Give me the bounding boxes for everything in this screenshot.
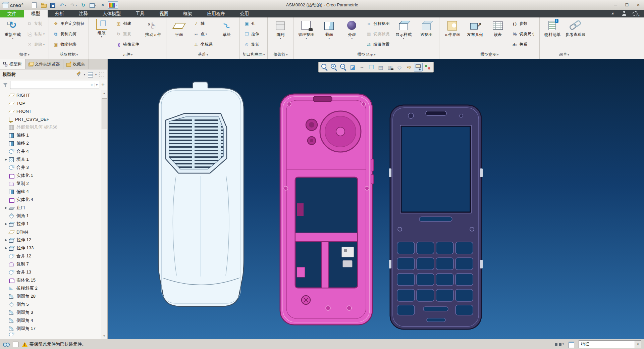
ribbon-group-label-基准[interactable]: 基准 [166, 51, 239, 59]
tab-视图[interactable]: 视图 [152, 10, 176, 17]
tree-item-倒圆角 4[interactable]: 倒圆角 4 [3, 316, 101, 325]
tab-工具[interactable]: 工具 [128, 10, 152, 17]
copy-geometry-button[interactable]: 复制几何 [51, 29, 87, 39]
tree-settings-icon[interactable] [87, 71, 93, 78]
minimize-button[interactable]: ─ [610, 1, 621, 9]
tree-settings-caret-icon[interactable]: ▾ [95, 73, 97, 76]
ribbon-group-label-修饰符[interactable]: 修饰符 [268, 51, 293, 59]
model-window-button[interactable] [568, 341, 575, 348]
maximize-button[interactable]: ☐ [621, 1, 633, 9]
appearance-button[interactable]: 外观▾ [341, 18, 363, 50]
tree-filter-input[interactable] [10, 82, 89, 88]
zoom-out-button[interactable] [339, 63, 347, 71]
tab-注释[interactable]: 注释 [71, 10, 95, 17]
panel-tab-文件夹浏览器[interactable]: 文件夹浏览器 [25, 59, 63, 69]
bill-of-materials-button[interactable]: 物料清单 [541, 18, 564, 50]
switch-dimensions-button[interactable]: 切换尺寸 [509, 29, 538, 39]
shading-style-button[interactable] [358, 63, 366, 71]
user-account-button[interactable] [621, 10, 627, 17]
tree-item-合并 13[interactable]: 合并 13 [3, 268, 101, 276]
ribbon-group-label-获取数据[interactable]: 获取数据 [49, 51, 89, 59]
zoom-in-button[interactable] [329, 63, 338, 71]
drag-component-button[interactable]: 拖动元件 [142, 18, 164, 50]
tree-scrollbar[interactable]: ▲ ▼ [101, 90, 107, 339]
expand-icon[interactable]: ▶ [3, 158, 9, 161]
close-button[interactable]: ✕ [633, 1, 644, 9]
datum-point-button[interactable]: 点▾ [191, 29, 215, 39]
ribbon-group-label-元件[interactable]: 元件 [89, 51, 166, 59]
tree-item-TOP[interactable]: TOP [3, 99, 101, 107]
repeat-button[interactable]: 重复 [113, 29, 142, 39]
pattern-button[interactable]: 阵列▾ [269, 18, 291, 50]
filter-add-icon[interactable]: + [101, 82, 105, 88]
reference-viewer-button[interactable]: 参考查看器 [564, 18, 586, 50]
tab-公用[interactable]: 公用 [232, 10, 256, 17]
scroll-down-icon[interactable]: ▼ [101, 333, 107, 339]
tree-item-止口[interactable]: ▶止口 [3, 204, 101, 212]
user-defined-feature-button[interactable]: 用户定义特征 [51, 19, 87, 29]
create-component-button[interactable]: 创建 [113, 19, 142, 29]
tree-item-倒圆角 28[interactable]: 倒圆角 28 [3, 292, 101, 300]
tab-文件[interactable]: 文件 [0, 10, 24, 17]
exploded-view-button[interactable]: 分解视图 [364, 19, 392, 29]
tab-分析[interactable]: 分析 [48, 10, 71, 17]
tree-tools-caret-icon[interactable]: ▾ [84, 73, 85, 76]
tree-item-倒圆角 17[interactable]: 倒圆角 17 [3, 325, 101, 333]
ribbon-group-label-调查[interactable]: 调查 [540, 51, 588, 59]
tree-item-合并 12[interactable]: 合并 12 [3, 252, 101, 260]
hole-button[interactable]: 孔 [241, 19, 262, 29]
tree-tools-icon[interactable] [76, 71, 82, 78]
ribbon-group-label-切口和曲面[interactable]: 切口和曲面 [240, 51, 267, 59]
model-select-icon[interactable] [3, 341, 10, 348]
tree-item-拔模斜度 2[interactable]: 拔模斜度 2 [3, 284, 101, 292]
expand-icon[interactable]: ▶ [3, 222, 9, 226]
parameters-button[interactable]: 参数 [509, 19, 538, 29]
geometry-box-icon[interactable] [12, 341, 19, 348]
tree-item-实体化 1[interactable]: 实体化 1 [3, 171, 101, 180]
shrinkwrap-button[interactable]: 收缩包络 [51, 40, 87, 49]
mirror-component-button[interactable]: 镜像元件 [113, 40, 142, 49]
tree-item-偏移 2[interactable]: 偏移 2 [3, 139, 101, 147]
expand-icon[interactable]: ▶ [3, 246, 9, 250]
open-file-button[interactable] [40, 1, 48, 9]
perspective-button[interactable] [395, 63, 404, 71]
edit-position-button[interactable]: 编辑位置 [364, 40, 392, 49]
selection-filter-combobox[interactable]: 特征 ▼ [579, 340, 641, 348]
publish-geometry-button[interactable]: 发布几何 [464, 18, 486, 50]
scroll-up-icon[interactable]: ▲ [101, 90, 107, 96]
assemble-button[interactable]: 组装▾ [91, 18, 113, 50]
appearance-gallery-button[interactable]: ▾ [108, 1, 118, 9]
paste-button[interactable]: 粘贴▾ [24, 29, 47, 39]
ribbon-group-label-模型意图[interactable]: 模型意图 [439, 51, 539, 59]
view-manager-button[interactable] [386, 63, 394, 71]
tree-item-合并 4[interactable]: 合并 4 [3, 147, 101, 155]
copy-button[interactable]: 复制 [24, 19, 47, 29]
tab-框架[interactable]: 框架 [176, 10, 200, 17]
section-button[interactable]: 截面▾ [318, 18, 340, 50]
ribbon-group-label-操作[interactable]: 操作 [0, 51, 49, 59]
close-window-button[interactable] [99, 1, 107, 9]
revolve-button[interactable]: 旋转 [241, 40, 262, 49]
tree-item-填充 1[interactable]: ▶填充 1 [3, 155, 101, 163]
undo-button[interactable]: ▾ [58, 1, 67, 9]
tree-item-拉伸 12[interactable]: ▶拉伸 12 [3, 236, 101, 244]
tree-item-DTM4[interactable]: DTM4 [3, 228, 101, 236]
scrollbar-thumb[interactable] [102, 98, 107, 129]
part-mid-frame[interactable] [280, 94, 374, 325]
selection-filter-caret-icon[interactable]: ▼ [635, 341, 641, 348]
perspective-view-button[interactable]: 透视图 [415, 18, 437, 50]
tree-item-RIGHT[interactable]: RIGHT [3, 91, 101, 99]
tree-item[interactable] [3, 333, 101, 336]
tree-item-FRONT[interactable]: FRONT [3, 107, 101, 115]
component-interface-button[interactable]: 元件界面 [441, 18, 463, 50]
tree-item-拉伸 1[interactable]: ▶拉伸 1 [3, 220, 101, 228]
tree-item-复制 7[interactable]: 复制 7 [3, 260, 101, 268]
tree-item-实体化 4[interactable]: 实体化 4 [3, 196, 101, 204]
refit-button[interactable] [348, 63, 357, 71]
panel-tab-模型树[interactable]: 模型树 [0, 59, 25, 69]
switch-state-button[interactable]: 切换状况 [364, 29, 392, 39]
tree-item-PRT_CSYS_DEF[interactable]: PRT_CSYS_DEF [3, 115, 101, 123]
tree-item-倒圆角 3[interactable]: 倒圆角 3 [3, 308, 101, 316]
zoom-region-button[interactable] [320, 63, 329, 71]
tree-item-实体化 15[interactable]: 实体化 15 [3, 276, 101, 284]
